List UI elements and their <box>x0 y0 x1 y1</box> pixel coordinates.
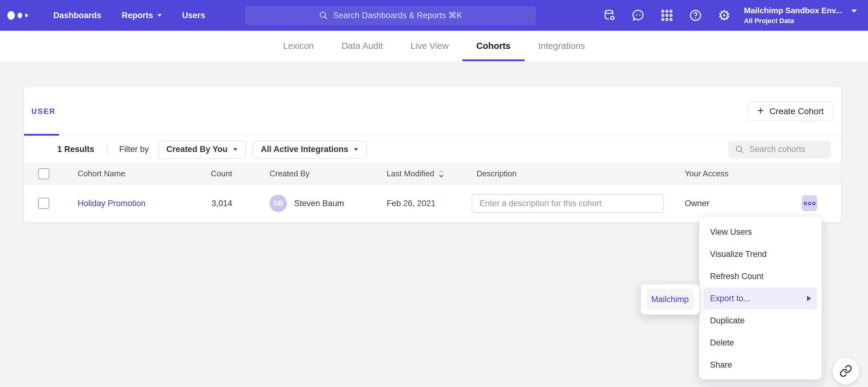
results-count: 1 Results <box>57 145 94 154</box>
main-content: USER + Create Cohort 1 Results Filter by… <box>0 62 868 222</box>
search-icon <box>735 145 744 154</box>
data-management-icon[interactable] <box>602 8 617 23</box>
nav-item-dashboards[interactable]: Dashboards <box>43 0 112 31</box>
global-search[interactable] <box>245 6 536 25</box>
last-modified-date: Feb 26, 2021 <box>386 199 436 208</box>
column-cohort-name: Cohort Name <box>67 169 166 178</box>
column-created-by: Created By <box>270 169 386 178</box>
description-input[interactable] <box>472 194 664 213</box>
project-name: Mailchimp Sandbox Env... <box>744 6 842 15</box>
primary-nav: Dashboards Reports Users <box>43 0 215 31</box>
sort-icon <box>438 169 445 178</box>
help-icon[interactable] <box>688 8 703 23</box>
filter-row: 1 Results Filter by Created By You All A… <box>24 136 841 163</box>
feedback-icon[interactable] <box>631 8 646 23</box>
row-context-menu: View Users Visualize Trend Refresh Count… <box>699 217 822 380</box>
menu-item-duplicate[interactable]: Duplicate <box>700 310 822 331</box>
select-all-checkbox[interactable] <box>38 168 49 179</box>
tab-cohorts[interactable]: Cohorts <box>462 31 524 61</box>
header-checkbox-cell <box>24 168 67 179</box>
cohort-name-link[interactable]: Holiday Promotion <box>78 199 146 208</box>
settings-icon[interactable]: ⚙ <box>717 8 732 23</box>
integrations-filter[interactable]: All Active Integrations <box>253 141 367 159</box>
menu-item-export-to[interactable]: Export to... <box>704 287 817 310</box>
row-checkbox[interactable] <box>38 198 49 209</box>
avatar: SB <box>270 195 287 212</box>
active-tab-underline <box>24 134 59 136</box>
caret-down-icon <box>354 148 358 151</box>
link-icon <box>839 364 852 378</box>
data-management-tabs: Lexicon Data Audit Live View Cohorts Int… <box>0 31 868 62</box>
tab-lexicon[interactable]: Lexicon <box>269 31 328 61</box>
project-selector[interactable]: Mailchimp Sandbox Env... All Project Dat… <box>744 6 842 25</box>
tab-user-cohorts[interactable]: USER <box>31 107 56 116</box>
created-by-cell: SB Steven Baum <box>270 195 386 212</box>
divider <box>106 143 107 156</box>
global-search-input[interactable] <box>333 11 463 20</box>
column-your-access: Your Access <box>685 169 802 178</box>
plus-icon: + <box>757 105 764 116</box>
card-header: USER + Create Cohort <box>24 87 841 136</box>
cohorts-card: USER + Create Cohort 1 Results Filter by… <box>24 87 841 222</box>
create-cohort-button[interactable]: + Create Cohort <box>748 102 833 121</box>
tab-data-audit[interactable]: Data Audit <box>328 31 397 61</box>
nav-item-label: Reports <box>122 11 153 20</box>
project-caret-icon[interactable] <box>851 12 857 18</box>
access-level: Owner <box>685 199 802 208</box>
submenu-arrow-icon <box>807 295 811 301</box>
ellipsis-icon <box>804 202 807 205</box>
created-by-filter[interactable]: Created By You <box>158 141 246 159</box>
tab-live-view[interactable]: Live View <box>397 31 463 61</box>
column-description: Description <box>472 169 685 178</box>
tab-integrations[interactable]: Integrations <box>525 31 599 61</box>
row-actions-button[interactable] <box>802 196 817 211</box>
mixpanel-logo-icon[interactable] <box>7 11 28 20</box>
apps-grid-icon[interactable] <box>659 8 674 23</box>
nav-item-reports[interactable]: Reports <box>112 0 172 31</box>
column-last-modified[interactable]: Last Modified <box>386 169 472 178</box>
row-checkbox-cell <box>24 198 67 209</box>
filter-by-label: Filter by <box>119 145 149 154</box>
search-icon <box>318 10 328 20</box>
menu-item-view-users[interactable]: View Users <box>700 221 822 243</box>
menu-item-delete[interactable]: Delete <box>700 331 822 354</box>
caret-down-icon <box>233 148 238 151</box>
project-scope: All Project Data <box>744 17 842 25</box>
submenu-item-mailchimp[interactable]: Mailchimp <box>647 289 693 310</box>
menu-item-refresh-count[interactable]: Refresh Count <box>700 265 822 287</box>
navbar-right-cluster: ⚙ Mailchimp Sandbox Env... All Project D… <box>588 6 857 25</box>
table-header: Cohort Name Count Created By Last Modifi… <box>24 163 841 184</box>
copy-link-button[interactable] <box>832 357 859 385</box>
caret-down-icon <box>157 14 162 16</box>
nav-item-users[interactable]: Users <box>172 0 215 31</box>
export-submenu: Mailchimp <box>641 284 699 315</box>
column-count: Count <box>166 169 232 178</box>
top-navbar: Dashboards Reports Users <box>0 0 868 31</box>
cohort-search-input[interactable] <box>749 145 820 154</box>
cohorts-page: Dashboards Reports Users <box>0 0 868 387</box>
created-by-name: Steven Baum <box>294 199 344 208</box>
nav-item-label: Users <box>182 11 205 20</box>
cohort-count: 3,014 <box>166 199 232 208</box>
menu-item-share[interactable]: Share <box>700 354 822 376</box>
nav-item-label: Dashboards <box>53 11 101 20</box>
cohort-search[interactable] <box>728 141 831 159</box>
menu-item-visualize-trend[interactable]: Visualize Trend <box>700 243 822 265</box>
